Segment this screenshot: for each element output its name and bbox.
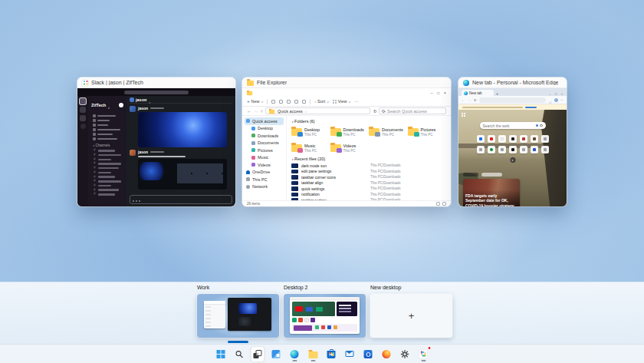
file-explorer-icon bbox=[247, 81, 254, 86]
file-thumbnail bbox=[291, 175, 298, 180]
delete-icon bbox=[302, 100, 306, 104]
folder-icon bbox=[251, 127, 255, 130]
explorer-sidebar-item: Network bbox=[245, 183, 284, 191]
blue-app-taskbar-button[interactable] bbox=[362, 347, 375, 361]
slack-channel-list bbox=[91, 150, 125, 195]
notice-link bbox=[525, 107, 537, 108]
window-thumbnail-edge[interactable]: New tab - Personal - Microsoft Edge New … bbox=[458, 78, 567, 206]
folder-icon bbox=[251, 163, 255, 167]
window-thumbnail-slack[interactable]: Slack | jason | ZifTech ZifTech bbox=[77, 78, 235, 206]
folder-icon bbox=[251, 141, 255, 145]
desktop-label-2: Desktop 2 bbox=[284, 285, 308, 290]
profile-avatar bbox=[554, 98, 558, 102]
slack-message-pane: jason jason jason bbox=[127, 96, 235, 206]
settings-taskbar-button[interactable] bbox=[399, 347, 412, 361]
desktop-label-work: Work bbox=[197, 285, 209, 290]
explorer-sidebar-item: Downloads bbox=[245, 132, 284, 140]
plus-icon bbox=[247, 99, 250, 104]
scroll-down-icon bbox=[510, 157, 515, 163]
browser-tab: New tab bbox=[462, 90, 494, 96]
new-desktop-button[interactable]: + bbox=[370, 294, 452, 338]
widgets-button[interactable] bbox=[270, 347, 283, 361]
folder-tile: VideosThis PC bbox=[330, 141, 370, 155]
window-thumbnail-titlebar: New tab - Personal - Microsoft Edge bbox=[458, 78, 567, 88]
task-view-button[interactable] bbox=[251, 347, 264, 361]
widgets-icon bbox=[272, 350, 281, 358]
window-title: File Explorer bbox=[257, 80, 287, 85]
view-icon bbox=[333, 100, 337, 104]
edge-taskbar-button[interactable] bbox=[288, 347, 301, 361]
recent-files-list: dark mode sun This PC\Downloads edit pan… bbox=[291, 163, 446, 200]
browser-nav-icons bbox=[462, 98, 477, 102]
folder-icon bbox=[246, 119, 250, 123]
taskbar: 10:18 AM 8/6/2021 bbox=[0, 344, 644, 363]
folder-icon bbox=[330, 128, 341, 136]
slack-icon bbox=[82, 80, 88, 86]
explorer-sidebar: Quick access Desktop Downloads bbox=[242, 116, 287, 200]
refresh-icon bbox=[373, 109, 376, 114]
address-bar bbox=[479, 97, 546, 103]
recent-file-row: notification This PC\Downloads bbox=[291, 192, 446, 198]
share-icon bbox=[294, 100, 298, 104]
folder-grid: DesktopThis PC DownloadsThis PC Document… bbox=[291, 125, 446, 155]
notification-badge bbox=[427, 346, 432, 351]
copy-icon bbox=[279, 100, 283, 104]
up-icon bbox=[261, 109, 263, 114]
folder-icon bbox=[291, 144, 302, 152]
forward-icon bbox=[254, 109, 258, 114]
folder-icon bbox=[369, 128, 380, 136]
microphone-icon bbox=[536, 124, 538, 127]
active-desktop-indicator bbox=[228, 341, 248, 343]
folder-icon bbox=[246, 177, 250, 181]
explorer-sidebar-item: Music bbox=[245, 154, 284, 162]
explorer-search-input: Search Quick access bbox=[379, 107, 446, 114]
back-icon bbox=[247, 109, 251, 114]
slack-sidebar-menu bbox=[91, 115, 125, 140]
recent-file-row: taskbar corner icons This PC\Downloads bbox=[291, 174, 446, 180]
search-button[interactable] bbox=[233, 347, 246, 361]
recent-file-row: edit pane settings This PC\Downloads bbox=[291, 169, 446, 175]
image-attachment bbox=[138, 112, 227, 147]
slack-icon bbox=[419, 350, 428, 358]
slack-taskbar-button[interactable] bbox=[417, 347, 430, 361]
mini-slack-window bbox=[228, 298, 271, 331]
recent-file-row: taskbar align This PC\Downloads bbox=[291, 180, 446, 186]
file-thumbnail bbox=[291, 181, 298, 186]
chevron-right-icon bbox=[305, 109, 307, 114]
image-attachment bbox=[138, 159, 227, 190]
avatar bbox=[130, 106, 136, 112]
slack-window-preview: ZifTech Channels bbox=[77, 88, 235, 206]
window-title: Slack | jason | ZifTech bbox=[91, 80, 143, 85]
mini-explorer-window bbox=[204, 301, 225, 328]
more-options-button: ··· bbox=[354, 99, 359, 104]
slack-topbar bbox=[77, 88, 235, 96]
store-taskbar-button[interactable] bbox=[325, 347, 338, 361]
folder-icon bbox=[246, 185, 250, 189]
folder-tile: DownloadsThis PC bbox=[330, 125, 370, 139]
file-thumbnail bbox=[291, 170, 298, 174]
blue-app-icon bbox=[364, 350, 373, 358]
rename-icon bbox=[287, 100, 291, 104]
slack-message: jason bbox=[130, 106, 232, 147]
recent-file-row: quick settings This PC\Downloads bbox=[291, 186, 446, 192]
quick-link-tiles bbox=[477, 146, 549, 153]
mail-taskbar-button[interactable] bbox=[343, 347, 356, 361]
start-button[interactable] bbox=[215, 347, 228, 361]
breadcrumb: Quick access bbox=[265, 107, 370, 114]
window-thumbnail-file-explorer[interactable]: File Explorer New Sort View ··· bbox=[242, 78, 451, 206]
desktop-tile-work[interactable] bbox=[197, 294, 279, 338]
view-toggle-icons bbox=[436, 202, 446, 206]
firefox-taskbar-button[interactable] bbox=[380, 347, 393, 361]
explorer-window-preview: New Sort View ··· Quick access bbox=[242, 88, 451, 206]
explorer-sidebar-item: Desktop bbox=[245, 125, 284, 133]
explorer-sidebar-item: This PC bbox=[245, 176, 284, 183]
desktop-label-new: New desktop bbox=[370, 285, 401, 290]
message-author: jason bbox=[138, 150, 148, 154]
message-author: jason bbox=[138, 106, 148, 111]
desktop-tile-2[interactable] bbox=[284, 294, 366, 338]
file-explorer-taskbar-button[interactable] bbox=[307, 347, 320, 361]
slack-sidebar: ZifTech Channels bbox=[88, 96, 127, 206]
cut-icon bbox=[271, 100, 275, 104]
slack-workspace-rail bbox=[77, 96, 88, 206]
task-view-icon bbox=[254, 350, 262, 358]
